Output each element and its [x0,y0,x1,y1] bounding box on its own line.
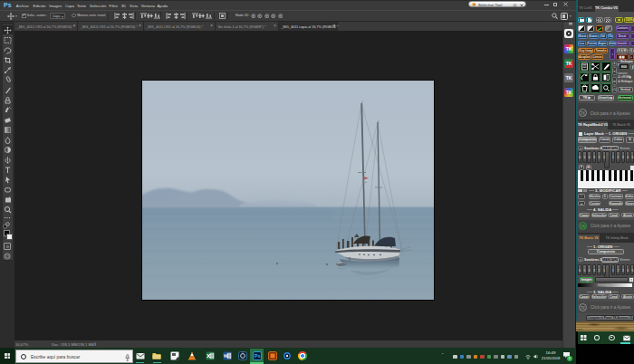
svg-text:Ps: Ps [254,353,260,359]
